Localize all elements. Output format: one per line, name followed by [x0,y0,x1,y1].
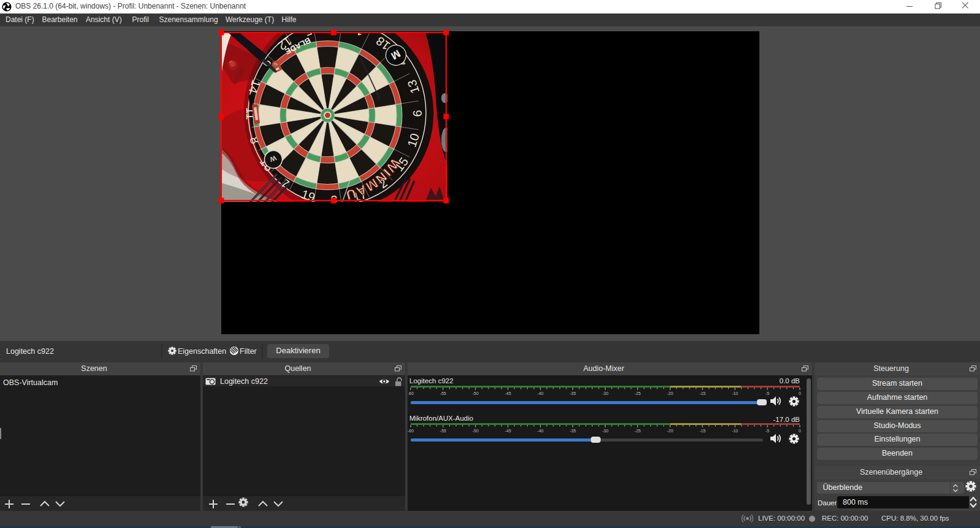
svg-text:-45: -45 [505,429,511,433]
svg-text:-60: -60 [408,391,414,396]
svg-text:-30: -30 [602,391,608,396]
svg-text:0: 0 [799,429,801,433]
svg-text:-35: -35 [570,429,576,433]
svg-text:-55: -55 [440,429,446,433]
svg-text:-50: -50 [473,429,479,433]
svg-text:-30: -30 [602,429,608,433]
svg-text:0: 0 [799,391,801,396]
svg-text:-45: -45 [505,391,511,396]
svg-text:-35: -35 [570,391,576,396]
svg-text:-40: -40 [537,391,544,396]
svg-text:-25: -25 [634,391,640,396]
svg-text:-50: -50 [473,391,479,396]
svg-text:-5: -5 [765,429,769,433]
svg-text:-10: -10 [732,391,738,396]
svg-text:-15: -15 [699,391,705,396]
svg-text:-40: -40 [537,429,544,433]
svg-text:-20: -20 [667,429,673,433]
svg-text:-10: -10 [732,429,738,433]
svg-text:-25: -25 [634,429,640,433]
svg-text:-15: -15 [699,429,705,433]
svg-text:-55: -55 [440,391,446,396]
svg-text:-60: -60 [408,429,414,433]
svg-text:-20: -20 [667,391,673,396]
svg-text:-5: -5 [765,391,769,396]
